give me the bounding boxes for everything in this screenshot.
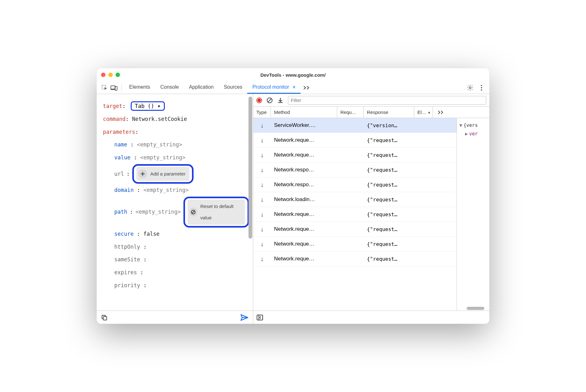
window-title: DevTools - www.google.com/: [260, 72, 326, 78]
more-tabs-icon[interactable]: [301, 81, 313, 94]
detail-child-key[interactable]: ver: [469, 131, 478, 137]
detail-root[interactable]: {vers: [463, 122, 478, 128]
target-value: Tab (): [135, 100, 154, 113]
row-response: {"request…: [364, 211, 414, 217]
inspect-element-icon[interactable]: [100, 83, 109, 92]
param-priority-key[interactable]: priority: [114, 282, 140, 288]
param-secure-value[interactable]: false: [143, 231, 159, 237]
download-icon[interactable]: [277, 97, 284, 104]
table-row[interactable]: ↓Network.reque…{"request…: [253, 133, 457, 148]
param-path-key[interactable]: path: [114, 205, 127, 218]
direction-arrow-icon: ↓: [253, 226, 271, 233]
table-row[interactable]: ↓Network.reque…{"request…: [253, 207, 457, 222]
param-value-key[interactable]: value: [114, 154, 130, 161]
table-row[interactable]: ↓Network.reque…{"request…: [253, 237, 457, 252]
kebab-menu-icon[interactable]: [477, 83, 486, 92]
disclosure-down-icon[interactable]: ▼: [459, 122, 462, 128]
row-response: {"request…: [364, 137, 414, 143]
row-method: Network.reque…: [271, 211, 337, 217]
table-row[interactable]: ↓Network.reque…{"request…: [253, 222, 457, 237]
svg-point-4: [481, 85, 482, 86]
svg-point-5: [481, 87, 482, 88]
col-response[interactable]: Response: [364, 107, 414, 118]
detail-panel: ▼{vers ▶ver: [457, 118, 489, 311]
tab-application[interactable]: Application: [184, 81, 218, 94]
close-window-button[interactable]: [101, 73, 105, 77]
param-name-value[interactable]: <empty_string>: [137, 141, 182, 148]
table-row[interactable]: ↓Network.loadin…{"request…: [253, 192, 457, 207]
row-method: Network.reque…: [271, 226, 337, 232]
add-parameter-button[interactable]: Add a parameter: [136, 167, 189, 181]
target-key: target: [103, 103, 122, 109]
record-icon[interactable]: [256, 98, 262, 103]
tab-sources[interactable]: Sources: [219, 81, 248, 94]
detail-tabs-overflow[interactable]: [433, 107, 449, 118]
table-row[interactable]: ↓ServiceWorker.…{"version…: [253, 118, 457, 133]
tab-console[interactable]: Console: [155, 81, 184, 94]
reset-value-label: Reset to default value: [200, 201, 242, 223]
row-response: {"request…: [364, 152, 414, 158]
close-tab-icon[interactable]: ×: [292, 84, 296, 91]
filter-input[interactable]: Filter: [288, 96, 486, 105]
table-row[interactable]: ↓Network.reque…{"request…: [253, 148, 457, 163]
svg-point-3: [469, 87, 471, 89]
param-domain-key[interactable]: domain: [114, 187, 134, 193]
row-method: Network.loadin…: [271, 196, 337, 203]
direction-arrow-icon: ↓: [253, 137, 271, 144]
sort-indicator-icon: ▲: [428, 111, 431, 114]
col-request[interactable]: Requ…: [337, 107, 364, 118]
row-response: {"request…: [364, 182, 414, 188]
param-value-value[interactable]: <empty_string>: [140, 154, 185, 161]
separator: [121, 84, 122, 91]
copy-icon[interactable]: [101, 314, 107, 321]
plus-icon: [138, 169, 147, 178]
param-domain-value[interactable]: <empty_string>: [143, 187, 188, 193]
add-parameter-label: Add a parameter: [150, 168, 186, 180]
toggle-left-panel-icon[interactable]: [256, 314, 263, 321]
table-row[interactable]: ↓Network.respo…{"request…: [253, 177, 457, 192]
svg-point-6: [481, 89, 482, 90]
table-row[interactable]: ↓Network.reque…{"request…: [253, 252, 457, 266]
col-method[interactable]: Method: [271, 107, 337, 118]
target-select[interactable]: Tab () ▾: [131, 101, 165, 111]
param-secure-key[interactable]: secure: [114, 231, 134, 237]
ban-icon: [189, 208, 197, 217]
direction-arrow-icon: ↓: [253, 241, 271, 248]
param-samesite-key[interactable]: sameSite: [114, 256, 140, 263]
col-elapsed[interactable]: El…▲: [414, 107, 433, 118]
add-parameter-callout: Add a parameter: [132, 164, 194, 184]
table-row[interactable]: ↓Network.respo…{"request…: [253, 163, 457, 177]
disclosure-right-icon[interactable]: ▶: [465, 131, 468, 137]
tab-elements[interactable]: Elements: [124, 81, 155, 94]
direction-arrow-icon: ↓: [253, 122, 271, 129]
send-command-icon[interactable]: [240, 314, 248, 321]
direction-arrow-icon: ↓: [253, 255, 271, 263]
command-editor-panel: target: Tab () ▾ command: Network.setCoo…: [97, 94, 253, 311]
panel-toolbar: Elements Console Application Sources Pro…: [97, 81, 489, 94]
command-value[interactable]: Network.setCookie: [132, 116, 187, 122]
tab-protocol-monitor[interactable]: Protocol monitor ×: [247, 81, 301, 94]
param-url-key[interactable]: url: [114, 168, 124, 181]
device-toolbar-icon[interactable]: [109, 83, 119, 92]
clear-icon[interactable]: [266, 97, 273, 104]
row-response: {"request…: [364, 241, 414, 247]
param-expires-key[interactable]: expires: [114, 269, 137, 276]
reset-value-button[interactable]: Reset to default value: [188, 199, 245, 225]
direction-arrow-icon: ↓: [253, 181, 271, 188]
titlebar: DevTools - www.google.com/: [97, 68, 489, 81]
param-name-key[interactable]: name: [114, 141, 127, 148]
horizontal-scrollbar[interactable]: [457, 306, 486, 311]
param-path-value[interactable]: <empty_string>: [135, 205, 181, 218]
param-httponly-key[interactable]: httpOnly: [114, 244, 140, 250]
settings-icon[interactable]: [465, 83, 475, 92]
minimize-window-button[interactable]: [108, 73, 113, 77]
direction-arrow-icon: ↓: [253, 211, 271, 218]
row-method: Network.respo…: [271, 181, 337, 188]
zoom-window-button[interactable]: [116, 73, 120, 77]
tab-label: Protocol monitor: [252, 84, 289, 90]
col-type[interactable]: Type: [253, 107, 271, 118]
scrollbar-thumb[interactable]: [248, 97, 252, 239]
row-response: {"request…: [364, 256, 414, 262]
direction-arrow-icon: ↓: [253, 196, 271, 203]
panel-tabs: Elements Console Application Sources Pro…: [124, 81, 313, 94]
